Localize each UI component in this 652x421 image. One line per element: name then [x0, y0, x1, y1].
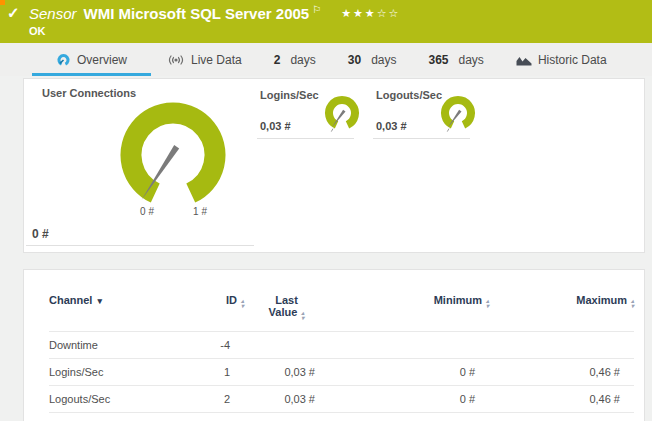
channel-name-cell[interactable]: Downtime: [49, 332, 199, 359]
channel-table: Channel▾ ID▴▾ LastValue▴▾ Minimum▴▾ Maxi…: [49, 292, 634, 421]
minimum-cell: 0 #: [329, 413, 489, 421]
page-title: WMI Microsoft SQL Server 2005: [84, 5, 310, 22]
column-header-channel[interactable]: Channel▾: [49, 292, 199, 332]
gauges-panel: User Connections 0 # 1 # 0 # Logins/Sec …: [23, 78, 645, 253]
last-value-cell: 0,03 #: [244, 359, 329, 386]
flag-icon[interactable]: ⚐: [312, 4, 321, 15]
tab-2-days[interactable]: 2 days: [258, 43, 332, 76]
sort-icon[interactable]: ▴▾: [301, 311, 304, 321]
tab-30-days[interactable]: 30 days: [332, 43, 413, 76]
table-row[interactable]: Logouts/Sec 2 0,03 # 0 # 0,46 #: [49, 386, 634, 413]
column-header-last-value[interactable]: LastValue▴▾: [244, 292, 329, 332]
gauge-icon: [56, 52, 71, 67]
table-header-row: Channel▾ ID▴▾ LastValue▴▾ Minimum▴▾ Maxi…: [49, 292, 634, 332]
minimum-cell: [329, 332, 489, 359]
tab-historic-data-label: Historic Data: [538, 53, 607, 67]
tab-30-days-unit: days: [371, 53, 396, 67]
gauge-scale-max: 1 #: [193, 206, 207, 217]
tab-overview-label: Overview: [77, 53, 127, 67]
user-connections-gauge: 0 # 1 #: [101, 81, 246, 223]
tab-live-data-label: Live Data: [191, 53, 242, 67]
tab-30-days-number: 30: [348, 53, 361, 67]
column-header-maximum-label: Maximum: [576, 294, 627, 306]
channel-name-cell[interactable]: Logouts/Sec: [49, 386, 199, 413]
column-header-minimum[interactable]: Minimum▴▾: [329, 292, 489, 332]
channel-table-panel: Channel▾ ID▴▾ LastValue▴▾ Minimum▴▾ Maxi…: [23, 269, 645, 421]
maximum-cell: 1 #: [489, 413, 634, 421]
tab-live-data[interactable]: Live Data: [151, 43, 258, 76]
divider: [373, 138, 470, 139]
logouts-gauge: [436, 92, 480, 136]
minimum-cell: 0 #: [329, 359, 489, 386]
logins-gauge: [320, 92, 364, 136]
table-row[interactable]: Logins/Sec 1 0,03 # 0 # 0,46 #: [49, 359, 634, 386]
tab-overview[interactable]: Overview: [32, 43, 151, 76]
priority-stars[interactable]: ★★★☆☆: [341, 7, 400, 19]
tab-365-days[interactable]: 365 days: [412, 43, 499, 76]
last-value-cell: 0,03 #: [244, 386, 329, 413]
channel-sort-dropdown-icon[interactable]: ▾: [97, 296, 102, 306]
last-value-cell: [244, 332, 329, 359]
id-cell: -4: [199, 332, 244, 359]
column-header-id[interactable]: ID▴▾: [199, 292, 244, 332]
channel-name-cell[interactable]: User Connections: [49, 413, 199, 421]
live-data-icon: [167, 53, 185, 67]
id-cell: 0: [199, 413, 244, 421]
sort-icon[interactable]: ▴▾: [486, 299, 489, 309]
status-badge: OK: [29, 25, 46, 37]
sort-icon[interactable]: ▴▾: [241, 299, 244, 309]
sort-icon[interactable]: ▴▾: [631, 299, 634, 309]
priority-corner-marker: [0, 0, 5, 5]
column-header-last-label: Last: [244, 294, 329, 306]
prtg-sensor-page: { "header": { "check_icon": "✓", "kind":…: [0, 0, 652, 421]
logins-gauge-label: Logins/Sec: [260, 89, 319, 101]
maximum-cell: 0,46 #: [489, 359, 634, 386]
column-header-value-label: Value: [269, 306, 298, 318]
table-row[interactable]: Downtime -4: [49, 332, 634, 359]
gauge-needle: [142, 145, 180, 200]
logins-value: 0,03 #: [260, 120, 291, 132]
tab-bar: Overview Live Data 2 days 30 days 365 da…: [0, 43, 652, 76]
maximum-cell: [489, 332, 634, 359]
column-header-maximum[interactable]: Maximum▴▾: [489, 292, 634, 332]
logouts-gauge-label: Logouts/Sec: [376, 89, 442, 101]
column-header-id-label: ID: [226, 294, 237, 306]
divider: [26, 245, 254, 246]
last-value-cell: 0 #: [244, 413, 329, 421]
id-cell: 1: [199, 359, 244, 386]
id-cell: 2: [199, 386, 244, 413]
channel-name-cell[interactable]: Logins/Sec: [49, 359, 199, 386]
column-header-minimum-label: Minimum: [434, 294, 482, 306]
column-header-channel-label: Channel: [49, 294, 92, 306]
sensor-kind-label: Sensor: [29, 5, 77, 22]
status-ok-check-icon: ✓: [7, 4, 20, 22]
user-connections-value: 0 #: [32, 227, 49, 241]
tab-365-days-number: 365: [428, 53, 448, 67]
minimum-cell: 0 #: [329, 386, 489, 413]
tab-365-days-unit: days: [459, 53, 484, 67]
tab-2-days-unit: days: [290, 53, 315, 67]
gauge-scale-min: 0 #: [140, 206, 154, 217]
tab-2-days-number: 2: [274, 53, 281, 67]
logouts-value: 0,03 #: [376, 120, 407, 132]
maximum-cell: 0,46 #: [489, 386, 634, 413]
divider: [257, 138, 354, 139]
tab-historic-data[interactable]: Historic Data: [500, 43, 623, 76]
sensor-header: ✓ SensorWMI Microsoft SQL Server 2005⚐★★…: [0, 0, 652, 43]
table-row[interactable]: User Connections 0 0 # 0 # 1 #: [49, 413, 634, 421]
historic-chart-icon: [516, 53, 532, 66]
sensor-title-line: SensorWMI Microsoft SQL Server 2005⚐★★★☆…: [29, 4, 400, 22]
